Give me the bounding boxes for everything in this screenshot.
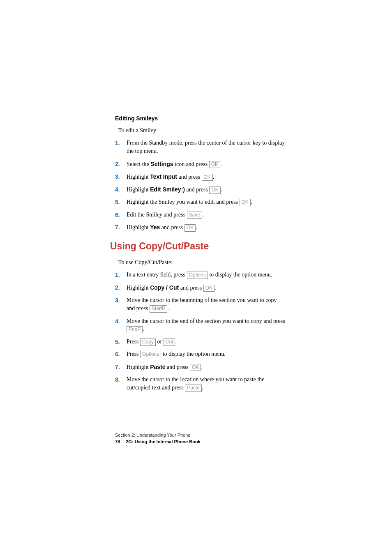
list-item: 7. Highlight Paste and press OK. bbox=[115, 363, 285, 371]
options-key: Options bbox=[187, 272, 208, 279]
ok-key: OK bbox=[202, 174, 213, 181]
step-body: Edit the Smiley and press Save. bbox=[127, 211, 285, 219]
step-text: Move the cursor to the beginning of the … bbox=[127, 297, 277, 311]
step-text: icon and press bbox=[173, 161, 209, 167]
step-text: . bbox=[202, 385, 203, 391]
step-number: 3. bbox=[115, 173, 125, 181]
step-number: 6. bbox=[115, 350, 125, 358]
footer-chapter: 782G: Using the Internal Phone Book bbox=[115, 439, 201, 444]
step-text: to display the option menu. bbox=[161, 351, 225, 357]
step-text: . bbox=[221, 187, 222, 193]
footer-section: Section 2: Understanding Your Phone bbox=[115, 433, 201, 438]
step-text: . bbox=[201, 364, 203, 370]
list-item: 6. Edit the Smiley and press Save. bbox=[115, 211, 285, 219]
step-text: and press bbox=[179, 285, 203, 291]
step-number: 4. bbox=[115, 317, 125, 334]
step-number: 2. bbox=[115, 283, 125, 292]
step-number: 1. bbox=[115, 139, 125, 156]
copy-key: Copy bbox=[140, 339, 156, 346]
step-bold: Paste bbox=[150, 364, 165, 370]
step-number: 6. bbox=[115, 211, 125, 219]
list-item: 3. Move the cursor to the beginning of t… bbox=[115, 296, 285, 313]
step-text: . bbox=[251, 199, 252, 205]
list-item: 2. Highlight Copy / Cut and press OK. bbox=[115, 283, 285, 292]
chapter-title: 2G: Using the Internal Phone Book bbox=[126, 439, 201, 444]
step-bold: Settings bbox=[150, 161, 173, 167]
step-text: Highlight bbox=[127, 285, 150, 291]
list-item: 1. In a text entry field, press Options … bbox=[115, 271, 285, 279]
step-text: and press bbox=[166, 364, 190, 370]
step-bold: Edit Smiley:) bbox=[150, 186, 185, 193]
editing-steps-list: 1. From the Standby mode, press the cent… bbox=[115, 139, 285, 232]
step-body: Highlight the Smiley you want to edit, a… bbox=[127, 198, 285, 206]
step-number: 8. bbox=[115, 375, 125, 392]
step-body: Select the Settings icon and press OK. bbox=[127, 160, 285, 168]
step-body: Press Options to display the option menu… bbox=[127, 350, 285, 358]
step-number: 7. bbox=[115, 223, 125, 232]
step-body: Highlight Paste and press OK. bbox=[127, 363, 285, 371]
ok-key: OK bbox=[240, 199, 251, 206]
list-item: 1. From the Standby mode, press the cent… bbox=[115, 139, 285, 156]
step-text: . bbox=[214, 285, 216, 291]
copy-cut-paste-title: Using Copy/Cut/Paste bbox=[110, 241, 285, 252]
step-text: Move the cursor to the end of the sectio… bbox=[127, 318, 285, 324]
copy-steps-list: 1. In a text entry field, press Options … bbox=[115, 271, 285, 392]
step-bold: Copy / Cut bbox=[150, 284, 179, 291]
step-text: or bbox=[156, 339, 164, 345]
editing-intro: To edit a Smiley: bbox=[118, 127, 285, 134]
step-number: 3. bbox=[115, 296, 125, 313]
ok-key: OK bbox=[184, 224, 196, 232]
step-text: Highlight bbox=[127, 224, 150, 230]
list-item: 5. Highlight the Smiley you want to edit… bbox=[115, 198, 285, 206]
step-body: Move the cursor to the beginning of the … bbox=[127, 296, 285, 313]
step-text: and press bbox=[177, 174, 202, 180]
step-number: 1. bbox=[115, 271, 125, 279]
step-text: to display the option menu. bbox=[208, 272, 272, 278]
paste-key: Paste bbox=[185, 385, 202, 392]
copy-intro: To use Copy/Cut/Paste: bbox=[118, 259, 285, 266]
step-text: . bbox=[220, 161, 222, 167]
step-body: In a text entry field, press Options to … bbox=[127, 271, 285, 279]
step-number: 5. bbox=[115, 198, 125, 206]
step-text: From the Standby mode, press the center … bbox=[127, 140, 285, 154]
list-item: 8. Move the cursor to the location where… bbox=[115, 375, 285, 392]
list-item: 5. Press Copy or Cut. bbox=[115, 338, 285, 346]
endp-key: EndP bbox=[127, 326, 143, 334]
page-number: 78 bbox=[115, 439, 120, 444]
step-text: Highlight bbox=[127, 187, 150, 193]
step-text: In a text entry field, press bbox=[127, 272, 187, 278]
startp-key: StartP bbox=[150, 305, 167, 313]
step-body: Move the cursor to the location where yo… bbox=[127, 375, 285, 392]
ok-key: OK bbox=[190, 364, 201, 371]
step-bold: Text Input bbox=[150, 173, 177, 180]
step-text: Highlight bbox=[127, 174, 150, 180]
step-body: Highlight Edit Smiley:) and press OK. bbox=[127, 185, 285, 194]
list-item: 4. Move the cursor to the end of the sec… bbox=[115, 317, 285, 334]
step-body: Press Copy or Cut. bbox=[127, 338, 285, 346]
step-text: . bbox=[213, 174, 214, 180]
step-text: and press bbox=[185, 187, 210, 193]
step-text: and press bbox=[160, 224, 184, 230]
step-bold: Yes bbox=[150, 224, 160, 230]
step-number: 5. bbox=[115, 338, 125, 346]
step-text: Edit the Smiley and press bbox=[127, 212, 187, 218]
step-body: Highlight Yes and press OK. bbox=[127, 223, 285, 232]
step-body: Highlight Copy / Cut and press OK. bbox=[127, 283, 285, 292]
ok-key: OK bbox=[209, 161, 220, 168]
list-item: 6. Press Options to display the option m… bbox=[115, 350, 285, 358]
step-text: . bbox=[202, 212, 204, 218]
page-footer: Section 2: Understanding Your Phone 782G… bbox=[115, 433, 201, 444]
list-item: 3. Highlight Text Input and press OK. bbox=[115, 173, 285, 181]
step-text: Select the bbox=[127, 161, 150, 167]
list-item: 2. Select the Settings icon and press OK… bbox=[115, 160, 285, 168]
cut-key: Cut bbox=[164, 339, 175, 346]
step-body: From the Standby mode, press the center … bbox=[127, 139, 285, 156]
step-text: . bbox=[196, 224, 197, 230]
step-body: Highlight Text Input and press OK. bbox=[127, 173, 285, 181]
step-text: Press bbox=[127, 339, 140, 345]
save-key: Save bbox=[187, 212, 202, 219]
step-text: . bbox=[143, 326, 144, 332]
list-item: 7. Highlight Yes and press OK. bbox=[115, 223, 285, 232]
editing-smileys-heading: Editing Smileys bbox=[115, 115, 285, 122]
ok-key: OK bbox=[209, 187, 220, 194]
